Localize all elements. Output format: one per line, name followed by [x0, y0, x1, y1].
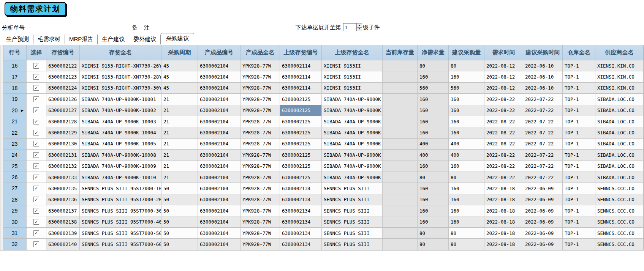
cell-stock[interactable]: [383, 105, 418, 116]
cell-supplier[interactable]: SENNCS.CCC.CO: [595, 205, 644, 216]
cell-need-date[interactable]: 2022-08-22: [484, 94, 523, 105]
cell-sug-date[interactable]: 2022-06-09: [523, 194, 563, 205]
cell-parent-code[interactable]: 6300002125: [280, 105, 322, 116]
cell-sug-qty[interactable]: 160: [449, 161, 484, 172]
cell-net-qty[interactable]: 80: [418, 239, 449, 250]
cell-inv-name[interactable]: SENNCS PLUS SIII 95ST7000-10: [80, 183, 161, 194]
cell-prod-code[interactable]: 6300002104: [198, 116, 241, 127]
cell-sug-date[interactable]: 2022-06-09: [523, 239, 563, 250]
cell-stock[interactable]: [383, 60, 418, 71]
cell-inv-code[interactable]: 6300002130: [46, 139, 80, 150]
cell-cycle[interactable]: 21: [161, 94, 198, 105]
column-header-3[interactable]: 存货编号: [46, 45, 80, 60]
cell-net-qty[interactable]: 80: [418, 228, 449, 239]
cell-sug-date[interactable]: 2022-06-09: [523, 216, 563, 227]
cell-inv-code[interactable]: 6300002140: [46, 239, 80, 250]
cell-parent-name[interactable]: SENNCS PLUS SIII: [322, 183, 383, 194]
cell-supplier[interactable]: SIBADA.LOC.CO: [595, 94, 644, 105]
cell-net-qty[interactable]: 160: [418, 71, 449, 82]
cell-warehouse[interactable]: TOP-1: [563, 161, 595, 172]
cell-inv-name[interactable]: SENNCS PLUS SIII 95ST7000-30: [80, 205, 161, 216]
cell-sug-qty[interactable]: 160: [449, 127, 484, 138]
cell-stock[interactable]: [383, 71, 418, 82]
row-number-cell[interactable]: 22: [3, 127, 27, 138]
cell-net-qty[interactable]: 80: [418, 60, 449, 71]
cell-prod-code[interactable]: 6300002104: [198, 139, 241, 150]
cell-sug-qty[interactable]: 160: [449, 105, 484, 116]
cell-parent-name[interactable]: SIBADA 740A-UP-9000K: [322, 105, 383, 116]
cell-warehouse[interactable]: TOP-1: [563, 172, 595, 183]
cell-parent-name[interactable]: SIBADA 740A-UP-9000K: [322, 116, 383, 127]
cell-prod-name[interactable]: YPK928-77W: [241, 71, 280, 82]
cell-prod-code[interactable]: 6300002104: [198, 205, 241, 216]
cell-net-qty[interactable]: 160: [418, 116, 449, 127]
cell-prod-code[interactable]: 6300002104: [198, 183, 241, 194]
column-header-4[interactable]: 存货全名: [80, 45, 161, 60]
cell-sug-date[interactable]: 2022-06-10: [523, 71, 563, 82]
cell-sug-date[interactable]: 2022-07-22: [523, 94, 563, 105]
cell-prod-name[interactable]: YPK928-77W: [241, 83, 280, 94]
cell-supplier[interactable]: SIBADA.LOC.CO: [595, 105, 644, 116]
cell-stock[interactable]: [383, 83, 418, 94]
cell-prod-code[interactable]: 6300002104: [198, 83, 241, 94]
row-number-cell[interactable]: 28: [3, 194, 27, 205]
cell-net-qty[interactable]: 160: [418, 161, 449, 172]
cell-inv-name[interactable]: XIENSI 9153-RIGHT-XN7730-28Y: [80, 71, 161, 82]
cell-inv-code[interactable]: 6300002133: [46, 172, 80, 183]
cell-prod-name[interactable]: YPK928-77W: [241, 228, 280, 239]
row-number-cell[interactable]: 31: [3, 228, 27, 239]
cell-need-date[interactable]: 2022-08-18: [484, 216, 523, 227]
cell-inv-code[interactable]: 6300002135: [46, 183, 80, 194]
cell-net-qty[interactable]: 160: [418, 127, 449, 138]
cell-stock[interactable]: [383, 161, 418, 172]
cell-need-date[interactable]: 2022-08-18: [484, 183, 523, 194]
cell-cycle[interactable]: 45: [161, 60, 198, 71]
cell-cycle[interactable]: 50: [161, 205, 198, 216]
cell-warehouse[interactable]: TOP-1: [563, 105, 595, 116]
cell-sug-qty[interactable]: 160: [449, 71, 484, 82]
cell-inv-name[interactable]: SENNCS PLUS SIII 95ST7000-60: [80, 239, 161, 250]
cell-parent-code[interactable]: 6300002125: [280, 127, 322, 138]
cell-sug-qty[interactable]: 160: [449, 205, 484, 216]
cell-parent-name[interactable]: XIENSI 9153II: [322, 71, 383, 82]
cell-prod-name[interactable]: YPK928-77W: [241, 183, 280, 194]
cell-supplier[interactable]: SENNCS.CCC.CO: [595, 194, 644, 205]
cell-net-qty[interactable]: 160: [418, 105, 449, 116]
cell-need-date[interactable]: 2022-08-22: [484, 116, 523, 127]
cell-prod-name[interactable]: YPK928-77W: [241, 105, 280, 116]
cell-supplier[interactable]: XIENSI.KIN.CO: [595, 71, 644, 82]
cell-prod-code[interactable]: 6300002104: [198, 94, 241, 105]
cell-supplier[interactable]: SIBADA.LOC.CO: [595, 116, 644, 127]
column-header-13[interactable]: 需求时间: [484, 45, 523, 60]
cell-cycle[interactable]: 50: [161, 216, 198, 227]
cell-stock[interactable]: [383, 239, 418, 250]
column-header-16[interactable]: 供应商全名: [595, 45, 644, 60]
tab-6-active[interactable]: 采购建议: [161, 33, 194, 44]
cell-prod-name[interactable]: YPK928-77W: [241, 161, 280, 172]
row-checkbox[interactable]: ✓: [33, 163, 39, 169]
column-header-10[interactable]: 当前库存量: [383, 45, 418, 60]
cell-supplier[interactable]: SIBADA.LOC.CO: [595, 150, 644, 161]
cell-warehouse[interactable]: TOP-1: [563, 150, 595, 161]
cell-inv-name[interactable]: SENNCS PLUS SIII 95ST7000-20: [80, 194, 161, 205]
cell-parent-code[interactable]: 6300002125: [280, 94, 322, 105]
cell-prod-name[interactable]: YPK928-77W: [241, 60, 280, 71]
row-number-cell[interactable]: 17: [3, 71, 27, 82]
cell-parent-code[interactable]: 6300002134: [280, 183, 322, 194]
tab-3[interactable]: MRP报告: [65, 35, 98, 44]
cell-supplier[interactable]: XIENSI.KIN.CO: [595, 83, 644, 94]
cell-inv-name[interactable]: SIBADA 740A-UP-9000K-10004: [80, 127, 161, 138]
cell-sug-qty[interactable]: 80: [449, 60, 484, 71]
cell-need-date[interactable]: 2022-08-12: [484, 83, 523, 94]
cell-supplier[interactable]: SIBADA.LOC.CO: [595, 161, 644, 172]
cell-warehouse[interactable]: TOP-1: [563, 60, 595, 71]
row-checkbox[interactable]: ✓: [33, 119, 39, 124]
cell-inv-code[interactable]: 6300002131: [46, 150, 80, 161]
cell-need-date[interactable]: 2022-08-22: [484, 139, 523, 150]
row-number-cell[interactable]: 32: [3, 239, 27, 250]
cell-prod-code[interactable]: 6300002104: [198, 239, 241, 250]
cell-sug-qty[interactable]: 400: [449, 139, 484, 150]
cell-warehouse[interactable]: TOP-1: [563, 116, 595, 127]
cell-cycle[interactable]: 21: [161, 116, 198, 127]
cell-cycle[interactable]: 21: [161, 150, 198, 161]
